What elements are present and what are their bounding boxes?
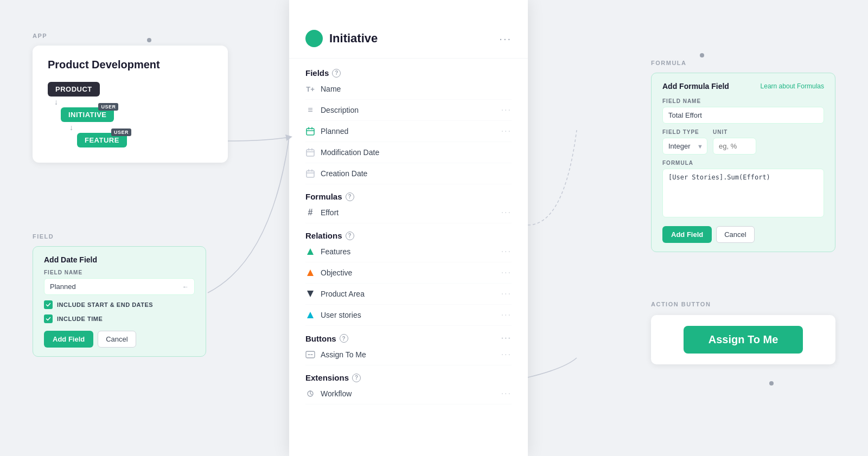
fields-help-icon[interactable]: ?: [332, 69, 341, 78]
relations-help-icon[interactable]: ?: [346, 232, 354, 240]
field-row-product-area: Product Area ···: [305, 284, 512, 305]
creation-field-label: Creation Date: [321, 169, 367, 178]
decorative-dot-5: [769, 381, 774, 386]
workflow-type-icon: [305, 389, 315, 399]
svg-rect-0: [307, 129, 314, 135]
planned-dots-menu[interactable]: ···: [501, 126, 512, 136]
productarea-dots-menu[interactable]: ···: [501, 289, 512, 299]
productarea-field-label: Product Area: [321, 290, 365, 298]
type-header-left: Initiative: [305, 30, 378, 47]
workflow-dots-menu[interactable]: ···: [501, 389, 512, 399]
formula-unit-label: UNIT: [713, 129, 756, 135]
checkmark-time-icon: [46, 316, 51, 322]
formula-unit-input[interactable]: [713, 138, 756, 155]
relations-section: Relations ? Features ··· Objective ···: [289, 223, 528, 326]
app-section: APP Product Development PRODUCT ↓ INITIA…: [33, 33, 228, 163]
hier-arrow-2: ↓: [69, 123, 73, 132]
formula-fieldtype-label: FIELD TYPE: [662, 129, 707, 135]
checkbox-time-box[interactable]: [44, 314, 53, 323]
name-type-icon: T+: [305, 84, 315, 94]
planned-field-label: Planned: [321, 127, 348, 136]
initiative-user-tag: USER: [98, 103, 118, 111]
hier-initiative: INITIATIVE USER: [61, 107, 114, 122]
objective-field-label: Objective: [321, 268, 352, 277]
formula-fieldname-input[interactable]: [662, 107, 824, 124]
app-section-label: APP: [33, 33, 228, 39]
checkbox-dates-box[interactable]: [44, 300, 53, 309]
learn-formulas-link[interactable]: Learn about Formulas: [761, 82, 824, 90]
desc-type-icon: ≡: [305, 105, 315, 115]
desc-dots-menu[interactable]: ···: [501, 105, 512, 115]
formula-fieldname-label: FIELD NAME: [662, 98, 824, 104]
feature-badge: FEATURE USER: [77, 133, 127, 147]
objective-type-icon: [305, 268, 315, 278]
field-row-name: T+ Name: [305, 79, 512, 100]
fields-section: Fields ? T+ Name ≡ Description ···: [289, 59, 528, 184]
field-card: Add Date Field FIELD NAME Planned ← INCL…: [33, 246, 206, 357]
field-row-objective: Objective ···: [305, 262, 512, 284]
field-card-title: Add Date Field: [44, 255, 195, 264]
assigntome-field-label: Assign To Me: [321, 350, 366, 359]
product-badge: PRODUCT: [48, 82, 100, 97]
assigntome-dots-menu[interactable]: ···: [501, 350, 512, 359]
formula-card-header: Add Formula Field Learn about Formulas: [662, 82, 824, 91]
buttons-help-icon[interactable]: ?: [340, 334, 348, 343]
buttons-section: Buttons ? ··· Assign To Me ···: [289, 326, 528, 365]
extensions-section: Extensions ? Workflow ···: [289, 365, 528, 404]
desc-field-label: Description: [321, 106, 359, 114]
svg-rect-7: [306, 351, 315, 358]
field-add-button[interactable]: Add Field: [44, 331, 93, 348]
field-row-modification: Modification Date: [305, 142, 512, 163]
checkbox-include-dates: INCLUDE START & END DATES: [44, 300, 195, 309]
formula-fieldtype-select-wrap: Integer Float String ▼: [662, 138, 707, 155]
formula-btn-row: Add Field Cancel: [662, 226, 824, 243]
app-card: Product Development PRODUCT ↓ INITIATIVE…: [33, 46, 228, 163]
field-name-input[interactable]: Planned ←: [44, 278, 195, 295]
features-type-icon: [305, 247, 315, 256]
action-section: ACTION BUTTON Assign To Me: [651, 301, 835, 364]
field-row-effort: # Effort ···: [305, 202, 512, 223]
features-dots-menu[interactable]: ···: [501, 247, 512, 256]
svg-marker-4: [307, 269, 314, 276]
planned-type-icon: [305, 126, 315, 136]
app-hierarchy: PRODUCT ↓ INITIATIVE USER ↓ FEATURE USER: [48, 82, 213, 147]
formula-cancel-button[interactable]: Cancel: [716, 226, 754, 243]
field-row-features: Features ···: [305, 241, 512, 262]
field-row-planned-left: Planned: [305, 126, 348, 136]
field-row-planned: Planned ···: [305, 121, 512, 142]
action-card: Assign To Me: [651, 315, 835, 364]
userstories-dots-menu[interactable]: ···: [501, 310, 512, 320]
formula-textarea[interactable]: [User Stories].Sum(Effort): [662, 169, 824, 217]
field-row-mod-left: Modification Date: [305, 147, 379, 157]
field-row-features-left: Features: [305, 247, 350, 256]
field-row-description: ≡ Description ···: [305, 100, 512, 121]
type-dots-menu[interactable]: ···: [499, 33, 512, 45]
checkbox-time-label: INCLUDE TIME: [57, 316, 103, 322]
field-cancel-button[interactable]: Cancel: [98, 331, 136, 348]
extensions-section-title: Extensions ?: [305, 373, 512, 382]
type-icon-circle: [305, 30, 323, 47]
formulas-section-title: Formulas ?: [305, 192, 512, 201]
checkbox-dates-label: INCLUDE START & END DATES: [57, 301, 153, 308]
formulas-section: Formulas ? # Effort ···: [289, 184, 528, 223]
effort-field-label: Effort: [321, 208, 339, 217]
assign-to-me-button[interactable]: Assign To Me: [684, 326, 803, 354]
formula-card: Add Formula Field Learn about Formulas F…: [651, 73, 835, 252]
creation-type-icon: [305, 169, 315, 178]
decorative-dot-3: [700, 53, 704, 57]
hier-product: PRODUCT: [48, 82, 100, 97]
field-row-productarea-left: Product Area: [305, 289, 365, 299]
effort-dots-menu[interactable]: ···: [501, 208, 512, 217]
buttons-section-title: Buttons ? ···: [305, 333, 512, 343]
formulas-help-icon[interactable]: ?: [346, 192, 354, 201]
features-field-label: Features: [321, 247, 350, 256]
field-row-userstories-left: User stories: [305, 310, 361, 320]
formula-add-button[interactable]: Add Field: [662, 226, 712, 243]
buttons-section-dots[interactable]: ···: [501, 333, 512, 343]
extensions-help-icon[interactable]: ?: [352, 374, 361, 382]
field-btn-row: Add Field Cancel: [44, 331, 195, 348]
field-row-desc-left: ≡ Description: [305, 105, 359, 115]
fields-section-title: Fields ?: [305, 68, 512, 78]
hier-feature: FEATURE USER: [77, 133, 127, 147]
objective-dots-menu[interactable]: ···: [501, 268, 512, 278]
